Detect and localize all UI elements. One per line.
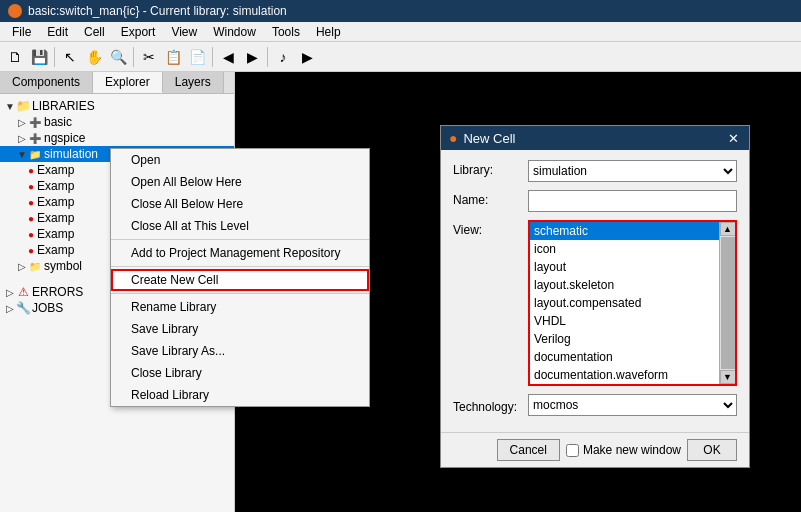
view-option-layout-compensated[interactable]: layout.compensated bbox=[530, 294, 719, 312]
toolbar-hand[interactable]: ✋ bbox=[83, 46, 105, 68]
dialog-library-row: Library: simulation bbox=[453, 160, 737, 182]
tree-label-basic: basic bbox=[44, 115, 72, 129]
view-list-scrollbar[interactable]: ▲ ▼ bbox=[719, 222, 735, 384]
menu-tools[interactable]: Tools bbox=[264, 23, 308, 41]
ctx-sep2 bbox=[111, 266, 369, 267]
dot-ex6: ● bbox=[28, 245, 34, 256]
toolbar-zoom[interactable]: 🔍 bbox=[107, 46, 129, 68]
scrollbar-down[interactable]: ▼ bbox=[720, 370, 736, 384]
ctx-close-library[interactable]: Close Library bbox=[111, 362, 369, 384]
toolbar-copy[interactable]: 📋 bbox=[162, 46, 184, 68]
menu-help[interactable]: Help bbox=[308, 23, 349, 41]
libraries-folder-icon: 📁 bbox=[16, 99, 30, 113]
toolbar-cut[interactable]: ✂ bbox=[138, 46, 160, 68]
expand-jobs[interactable]: ▷ bbox=[4, 302, 16, 314]
ctx-create-new-cell[interactable]: Create New Cell bbox=[111, 269, 369, 291]
menu-edit[interactable]: Edit bbox=[39, 23, 76, 41]
view-list: schematic icon layout layout.skeleton la… bbox=[528, 220, 737, 386]
dialog-name-row: Name: bbox=[453, 190, 737, 212]
scrollbar-up[interactable]: ▲ bbox=[720, 222, 736, 236]
ctx-sep1 bbox=[111, 239, 369, 240]
view-list-content: schematic icon layout layout.skeleton la… bbox=[530, 222, 719, 384]
menu-window[interactable]: Window bbox=[205, 23, 264, 41]
menu-view[interactable]: View bbox=[163, 23, 205, 41]
view-control: schematic icon layout layout.skeleton la… bbox=[528, 220, 737, 386]
menu-file[interactable]: File bbox=[4, 23, 39, 41]
expand-ngspice[interactable]: ▷ bbox=[16, 132, 28, 144]
tree-expand-root[interactable]: ▼ bbox=[4, 100, 16, 112]
tab-layers[interactable]: Layers bbox=[163, 72, 224, 93]
dot-ex2: ● bbox=[28, 181, 34, 192]
view-option-schematic[interactable]: schematic bbox=[530, 222, 719, 240]
tree-label-jobs: JOBS bbox=[32, 301, 63, 315]
ctx-open-all-below[interactable]: Open All Below Here bbox=[111, 171, 369, 193]
toolbar-play2[interactable]: ▶ bbox=[296, 46, 318, 68]
tree-item-ngspice[interactable]: ▷ ➕ ngspice bbox=[0, 130, 234, 146]
dot-ex4: ● bbox=[28, 213, 34, 224]
scrollbar-thumb[interactable] bbox=[721, 237, 735, 369]
toolbar-play1[interactable]: ♪ bbox=[272, 46, 294, 68]
view-option-vhdl[interactable]: VHDL bbox=[530, 312, 719, 330]
tree-item-basic[interactable]: ▷ ➕ basic bbox=[0, 114, 234, 130]
tree-label-errors: ERRORS bbox=[32, 285, 83, 299]
ok-button[interactable]: OK bbox=[687, 439, 737, 461]
toolbar-sep1 bbox=[54, 47, 55, 67]
make-new-window-checkbox[interactable] bbox=[566, 444, 579, 457]
ctx-save-library[interactable]: Save Library bbox=[111, 318, 369, 340]
library-label: Library: bbox=[453, 160, 528, 177]
menu-export[interactable]: Export bbox=[113, 23, 164, 41]
toolbar-paste[interactable]: 📄 bbox=[186, 46, 208, 68]
folder-icon-simulation: 📁 bbox=[28, 147, 42, 161]
ctx-reload-library[interactable]: Reload Library bbox=[111, 384, 369, 406]
view-option-documentation[interactable]: documentation bbox=[530, 348, 719, 366]
jobs-icon: 🔧 bbox=[16, 301, 30, 315]
expand-basic[interactable]: ▷ bbox=[16, 116, 28, 128]
dialog-view-row: View: schematic icon layout layout.skele… bbox=[453, 220, 737, 386]
dialog-title-text: New Cell bbox=[463, 131, 515, 146]
dialog-close-button[interactable]: ✕ bbox=[725, 130, 741, 146]
new-cell-dialog: ● New Cell ✕ Library: simulation Name: bbox=[440, 125, 750, 468]
library-control: simulation bbox=[528, 160, 737, 182]
library-select[interactable]: simulation bbox=[528, 160, 737, 182]
folder-icon-symbol: 📁 bbox=[28, 259, 42, 273]
menu-cell[interactable]: Cell bbox=[76, 23, 113, 41]
view-option-icon[interactable]: icon bbox=[530, 240, 719, 258]
dialog-footer: Cancel Make new window OK bbox=[441, 432, 749, 467]
expand-symbol[interactable]: ▷ bbox=[16, 260, 28, 272]
toolbar-cursor[interactable]: ↖ bbox=[59, 46, 81, 68]
expand-simulation[interactable]: ▼ bbox=[16, 148, 28, 160]
toolbar-forward[interactable]: ▶ bbox=[241, 46, 263, 68]
ctx-close-all-below[interactable]: Close All Below Here bbox=[111, 193, 369, 215]
name-input[interactable] bbox=[528, 190, 737, 212]
tree-label-symbol: symbol bbox=[44, 259, 82, 273]
toolbar: 🗋 💾 ↖ ✋ 🔍 ✂ 📋 📄 ◀ ▶ ♪ ▶ bbox=[0, 42, 801, 72]
toolbar-new[interactable]: 🗋 bbox=[4, 46, 26, 68]
cancel-button[interactable]: Cancel bbox=[497, 439, 560, 461]
tab-components[interactable]: Components bbox=[0, 72, 93, 93]
toolbar-back[interactable]: ◀ bbox=[217, 46, 239, 68]
ctx-close-all-level[interactable]: Close All at This Level bbox=[111, 215, 369, 237]
view-option-documentation-waveform[interactable]: documentation.waveform bbox=[530, 366, 719, 384]
plus-icon-basic: ➕ bbox=[28, 115, 42, 129]
ctx-save-library-as[interactable]: Save Library As... bbox=[111, 340, 369, 362]
tree-root[interactable]: ▼ 📁 LIBRARIES bbox=[0, 98, 234, 114]
ctx-rename-library[interactable]: Rename Library bbox=[111, 296, 369, 318]
tab-explorer[interactable]: Explorer bbox=[93, 72, 163, 93]
toolbar-sep4 bbox=[267, 47, 268, 67]
expand-errors[interactable]: ▷ bbox=[4, 286, 16, 298]
technology-control: mocmos bbox=[528, 394, 737, 416]
tab-bar: Components Explorer Layers bbox=[0, 72, 234, 94]
view-option-layout-skeleton[interactable]: layout.skeleton bbox=[530, 276, 719, 294]
technology-select[interactable]: mocmos bbox=[528, 394, 737, 416]
menu-bar: File Edit Cell Export View Window Tools … bbox=[0, 22, 801, 42]
view-option-verilog[interactable]: Verilog bbox=[530, 330, 719, 348]
view-label: View: bbox=[453, 220, 528, 237]
ctx-open[interactable]: Open bbox=[111, 149, 369, 171]
tree-label-libraries: LIBRARIES bbox=[32, 99, 95, 113]
dialog-technology-row: Technology: mocmos bbox=[453, 394, 737, 416]
toolbar-save[interactable]: 💾 bbox=[28, 46, 50, 68]
ctx-add-project[interactable]: Add to Project Management Repository bbox=[111, 242, 369, 264]
view-option-layout[interactable]: layout bbox=[530, 258, 719, 276]
toolbar-sep3 bbox=[212, 47, 213, 67]
tree-label-ex3: Examp bbox=[37, 195, 74, 209]
